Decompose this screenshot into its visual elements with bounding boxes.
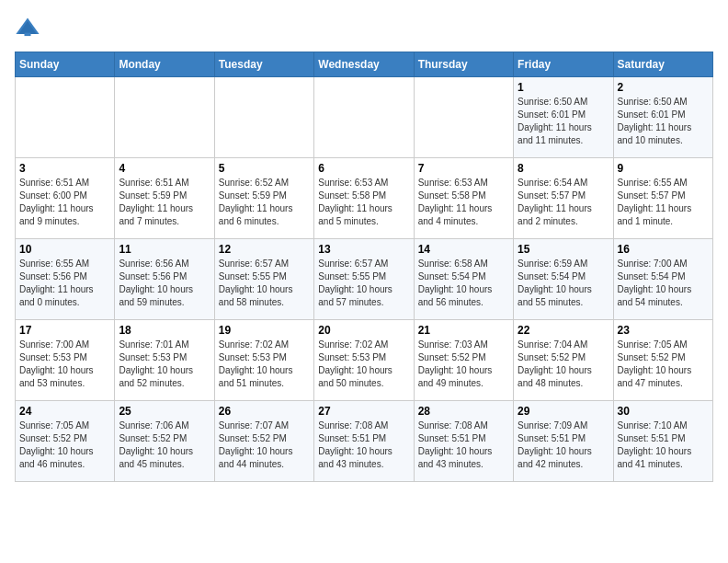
calendar-day-cell: 22Sunrise: 7:04 AM Sunset: 5:52 PM Dayli… [514, 320, 613, 401]
day-info: Sunrise: 6:58 AM Sunset: 5:54 PM Dayligh… [418, 258, 509, 309]
calendar-day-cell: 12Sunrise: 6:57 AM Sunset: 5:55 PM Dayli… [214, 239, 313, 320]
day-info: Sunrise: 6:56 AM Sunset: 5:56 PM Dayligh… [119, 258, 210, 309]
calendar-day-cell: 29Sunrise: 7:09 AM Sunset: 5:51 PM Dayli… [514, 401, 613, 482]
day-number: 7 [418, 162, 509, 175]
day-info: Sunrise: 6:50 AM Sunset: 6:01 PM Dayligh… [618, 96, 709, 147]
page-header [15, 15, 713, 40]
day-number: 4 [119, 162, 210, 175]
calendar-day-cell: 15Sunrise: 6:59 AM Sunset: 5:54 PM Dayli… [514, 239, 613, 320]
day-info: Sunrise: 7:01 AM Sunset: 5:53 PM Dayligh… [119, 339, 210, 390]
day-of-week-header: Saturday [613, 52, 712, 77]
calendar-day-cell: 13Sunrise: 6:57 AM Sunset: 5:55 PM Dayli… [314, 239, 414, 320]
day-number: 12 [219, 243, 310, 256]
day-info: Sunrise: 7:10 AM Sunset: 5:51 PM Dayligh… [618, 419, 709, 471]
day-info: Sunrise: 6:55 AM Sunset: 5:56 PM Dayligh… [19, 258, 110, 309]
calendar-week-row: 17Sunrise: 7:00 AM Sunset: 5:53 PM Dayli… [16, 320, 713, 401]
calendar-week-row: 24Sunrise: 7:05 AM Sunset: 5:52 PM Dayli… [16, 401, 713, 482]
day-number: 28 [418, 405, 509, 418]
calendar-day-cell: 24Sunrise: 7:05 AM Sunset: 5:52 PM Dayli… [16, 401, 115, 482]
calendar-header: SundayMondayTuesdayWednesdayThursdayFrid… [16, 52, 713, 77]
day-info: Sunrise: 6:57 AM Sunset: 5:55 PM Dayligh… [219, 258, 310, 309]
day-info: Sunrise: 7:09 AM Sunset: 5:51 PM Dayligh… [518, 419, 609, 471]
calendar-day-cell [314, 77, 414, 158]
calendar-day-cell: 20Sunrise: 7:02 AM Sunset: 5:53 PM Dayli… [314, 320, 414, 401]
logo [15, 15, 44, 40]
calendar-day-cell: 6Sunrise: 6:53 AM Sunset: 5:58 PM Daylig… [314, 158, 414, 239]
calendar-day-cell [414, 77, 513, 158]
day-number: 6 [318, 162, 409, 175]
day-of-week-header: Sunday [16, 52, 115, 77]
day-of-week-header: Tuesday [214, 52, 313, 77]
day-of-week-header: Wednesday [314, 52, 414, 77]
calendar-day-cell [16, 77, 115, 158]
calendar-week-row: 10Sunrise: 6:55 AM Sunset: 5:56 PM Dayli… [16, 239, 713, 320]
calendar-day-cell: 19Sunrise: 7:02 AM Sunset: 5:53 PM Dayli… [214, 320, 313, 401]
day-number: 13 [318, 243, 409, 256]
day-info: Sunrise: 7:06 AM Sunset: 5:52 PM Dayligh… [119, 419, 210, 471]
day-number: 14 [418, 243, 509, 256]
day-number: 26 [219, 405, 310, 418]
day-info: Sunrise: 7:04 AM Sunset: 5:52 PM Dayligh… [518, 339, 609, 390]
calendar-day-cell: 14Sunrise: 6:58 AM Sunset: 5:54 PM Dayli… [414, 239, 513, 320]
day-info: Sunrise: 7:07 AM Sunset: 5:52 PM Dayligh… [219, 419, 310, 471]
day-info: Sunrise: 7:08 AM Sunset: 5:51 PM Dayligh… [418, 419, 509, 471]
calendar-day-cell: 9Sunrise: 6:55 AM Sunset: 5:57 PM Daylig… [613, 158, 712, 239]
day-number: 3 [19, 162, 110, 175]
calendar-day-cell: 8Sunrise: 6:54 AM Sunset: 5:57 PM Daylig… [514, 158, 613, 239]
day-number: 1 [518, 81, 609, 94]
day-info: Sunrise: 6:51 AM Sunset: 6:00 PM Dayligh… [19, 177, 110, 228]
calendar-week-row: 3Sunrise: 6:51 AM Sunset: 6:00 PM Daylig… [16, 158, 713, 239]
day-info: Sunrise: 6:55 AM Sunset: 5:57 PM Dayligh… [618, 177, 709, 228]
calendar-day-cell [115, 77, 214, 158]
calendar-day-cell: 17Sunrise: 7:00 AM Sunset: 5:53 PM Dayli… [16, 320, 115, 401]
calendar-day-cell: 18Sunrise: 7:01 AM Sunset: 5:53 PM Dayli… [115, 320, 214, 401]
day-number: 17 [19, 324, 110, 337]
day-number: 30 [618, 405, 709, 418]
day-info: Sunrise: 6:59 AM Sunset: 5:54 PM Dayligh… [518, 258, 609, 309]
calendar-day-cell: 3Sunrise: 6:51 AM Sunset: 6:00 PM Daylig… [16, 158, 115, 239]
day-number: 22 [518, 324, 609, 337]
calendar-day-cell: 21Sunrise: 7:03 AM Sunset: 5:52 PM Dayli… [414, 320, 513, 401]
calendar-day-cell: 2Sunrise: 6:50 AM Sunset: 6:01 PM Daylig… [613, 77, 712, 158]
day-info: Sunrise: 7:02 AM Sunset: 5:53 PM Dayligh… [318, 339, 409, 390]
day-info: Sunrise: 7:03 AM Sunset: 5:52 PM Dayligh… [418, 339, 509, 390]
calendar-day-cell: 10Sunrise: 6:55 AM Sunset: 5:56 PM Dayli… [16, 239, 115, 320]
day-info: Sunrise: 7:05 AM Sunset: 5:52 PM Dayligh… [618, 339, 709, 390]
day-info: Sunrise: 7:00 AM Sunset: 5:54 PM Dayligh… [618, 258, 709, 309]
calendar-day-cell: 11Sunrise: 6:56 AM Sunset: 5:56 PM Dayli… [115, 239, 214, 320]
calendar-day-cell: 25Sunrise: 7:06 AM Sunset: 5:52 PM Dayli… [115, 401, 214, 482]
day-number: 19 [219, 324, 310, 337]
calendar-day-cell: 16Sunrise: 7:00 AM Sunset: 5:54 PM Dayli… [613, 239, 712, 320]
day-number: 24 [19, 405, 110, 418]
day-info: Sunrise: 6:53 AM Sunset: 5:58 PM Dayligh… [418, 177, 509, 228]
day-number: 5 [219, 162, 310, 175]
calendar-day-cell: 30Sunrise: 7:10 AM Sunset: 5:51 PM Dayli… [613, 401, 712, 482]
calendar-week-row: 1Sunrise: 6:50 AM Sunset: 6:01 PM Daylig… [16, 77, 713, 158]
calendar-day-cell: 23Sunrise: 7:05 AM Sunset: 5:52 PM Dayli… [613, 320, 712, 401]
day-info: Sunrise: 6:57 AM Sunset: 5:55 PM Dayligh… [318, 258, 409, 309]
day-info: Sunrise: 6:54 AM Sunset: 5:57 PM Dayligh… [518, 177, 609, 228]
svg-rect-2 [25, 33, 31, 37]
day-info: Sunrise: 7:08 AM Sunset: 5:51 PM Dayligh… [318, 419, 409, 471]
calendar-day-cell [214, 77, 313, 158]
calendar-day-cell: 28Sunrise: 7:08 AM Sunset: 5:51 PM Dayli… [414, 401, 513, 482]
day-info: Sunrise: 7:02 AM Sunset: 5:53 PM Dayligh… [219, 339, 310, 390]
calendar-day-cell: 27Sunrise: 7:08 AM Sunset: 5:51 PM Dayli… [314, 401, 414, 482]
day-number: 20 [318, 324, 409, 337]
day-number: 9 [618, 162, 709, 175]
day-number: 25 [119, 405, 210, 418]
day-info: Sunrise: 6:53 AM Sunset: 5:58 PM Dayligh… [318, 177, 409, 228]
calendar-day-cell: 5Sunrise: 6:52 AM Sunset: 5:59 PM Daylig… [214, 158, 313, 239]
calendar-day-cell: 4Sunrise: 6:51 AM Sunset: 5:59 PM Daylig… [115, 158, 214, 239]
day-of-week-header: Monday [115, 52, 214, 77]
day-number: 18 [119, 324, 210, 337]
calendar-day-cell: 1Sunrise: 6:50 AM Sunset: 6:01 PM Daylig… [514, 77, 613, 158]
day-number: 27 [318, 405, 409, 418]
day-number: 2 [618, 81, 709, 94]
day-number: 10 [19, 243, 110, 256]
day-info: Sunrise: 6:50 AM Sunset: 6:01 PM Dayligh… [518, 96, 609, 147]
calendar-day-cell: 7Sunrise: 6:53 AM Sunset: 5:58 PM Daylig… [414, 158, 513, 239]
day-number: 15 [518, 243, 609, 256]
day-number: 8 [518, 162, 609, 175]
day-number: 16 [618, 243, 709, 256]
